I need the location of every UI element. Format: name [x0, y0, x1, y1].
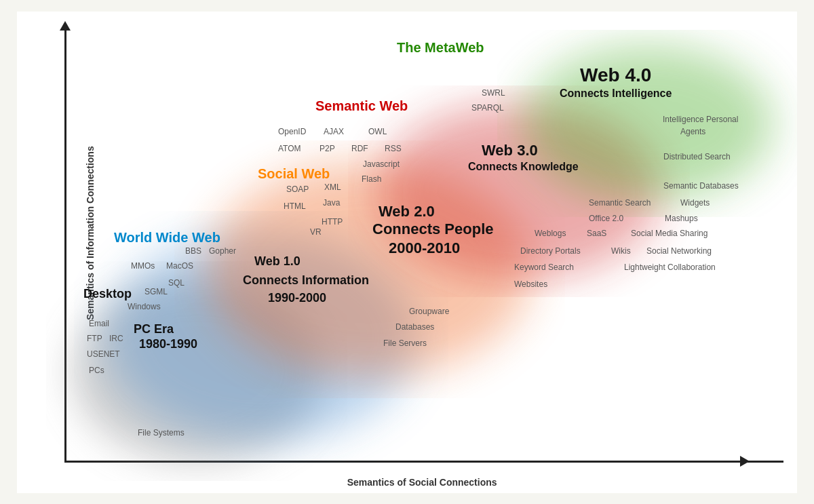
label-p2p: P2P [319, 144, 335, 153]
label-ftp: FTP [87, 334, 102, 343]
label-directory-portals: Directory Portals [520, 246, 581, 256]
label-sgml: SGML [144, 287, 168, 296]
x-axis [64, 461, 783, 463]
label-databases: Databases [395, 322, 434, 332]
label-web10: Web 1.0 [254, 254, 301, 269]
label-usenet: USENET [87, 349, 120, 359]
label-web20: Web 2.0 [379, 203, 435, 220]
label-semantic-web: Semantic Web [315, 98, 408, 114]
y-axis [64, 25, 66, 463]
label-file-servers: File Servers [383, 338, 427, 348]
label-web30: Web 3.0 [482, 142, 538, 159]
x-axis-arrow [740, 456, 750, 467]
label-widgets: Widgets [680, 198, 710, 208]
label-swrl: SWRL [482, 88, 505, 98]
label-sql: SQL [168, 278, 185, 288]
label-connects-knowledge: Connects Knowledge [468, 161, 579, 173]
label-web40: Web 4.0 [580, 64, 651, 86]
label-social-web: Social Web [258, 166, 330, 182]
label-mmos: MMOs [131, 261, 155, 271]
label-flash: Flash [362, 174, 381, 184]
label-websites: Websites [514, 279, 547, 289]
label-semantic-databases: Semantic Databases [663, 181, 739, 191]
label-file-systems: File Systems [138, 428, 185, 438]
label-bbs: BBS [185, 246, 201, 256]
label-java: Java [323, 198, 340, 208]
label-connects-information: Connects Information [243, 273, 369, 288]
label-macos: MacOS [166, 261, 193, 271]
label-email: Email [89, 319, 109, 328]
label-vr: VR [310, 227, 322, 237]
label-world-wide-web: World Wide Web [114, 230, 220, 246]
label-1990-2000: 1990-2000 [268, 291, 326, 305]
label-mashups: Mashups [665, 214, 698, 223]
label-agents: Agents [680, 127, 705, 136]
label-gopher: Gopher [209, 246, 236, 256]
label-sparql: SPARQL [471, 103, 504, 113]
label-keyword-search: Keyword Search [514, 263, 574, 272]
label-rdf: RDF [351, 144, 368, 153]
label-xml: XML [324, 182, 341, 192]
label-social-media-sharing: Social Media Sharing [631, 229, 708, 238]
label-html: HTML [284, 201, 306, 211]
label-pcs: PCs [89, 366, 104, 375]
label-windows: Windows [128, 302, 161, 311]
label-rss: RSS [385, 144, 402, 153]
label-openid: OpenID [278, 127, 306, 136]
label-semantic-search: Semantic Search [589, 198, 651, 208]
label-2000-2010: 2000-2010 [389, 239, 460, 257]
label-weblogs: Weblogs [535, 229, 566, 238]
label-pc-era: PC Era [134, 322, 174, 336]
blob-pc-era [71, 279, 322, 463]
label-office20: Office 2.0 [589, 214, 623, 223]
label-soap: SOAP [286, 185, 309, 194]
label-metaweb: The MetaWeb [397, 40, 484, 56]
label-1980-1990: 1980-1990 [139, 337, 197, 351]
x-axis-label: Semantics of Social Connections [347, 477, 497, 488]
label-atom: ATOM [278, 144, 301, 153]
label-owl: OWL [368, 127, 387, 136]
label-social-networking: Social Networking [646, 246, 712, 256]
label-ajax: AJAX [324, 127, 344, 136]
label-lightweight-collaboration: Lightweight Collaboration [624, 263, 716, 272]
label-intelligence-personal: Intelligence Personal [663, 115, 738, 124]
label-groupware: Groupware [409, 307, 449, 316]
label-distributed-search: Distributed Search [663, 152, 731, 161]
blob-web20 [207, 162, 532, 376]
chart-container: Semantics of Information Connections Sem… [17, 12, 797, 493]
label-desktop: Desktop [83, 287, 132, 301]
label-connects-people: Connects People [372, 220, 493, 238]
label-wikis: Wikis [611, 246, 631, 256]
label-connects-intelligence: Connects Intelligence [560, 88, 672, 100]
label-javascript: Javascript [363, 159, 400, 169]
label-irc: IRC [109, 334, 123, 343]
y-axis-arrow [60, 21, 71, 31]
label-saas: SaaS [587, 229, 606, 238]
label-http: HTTP [322, 217, 343, 227]
